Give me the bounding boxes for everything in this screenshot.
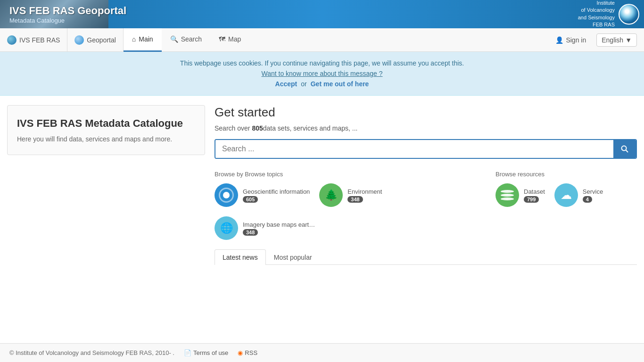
cookie-actions: Accept or Get me out of here bbox=[8, 80, 636, 88]
cookie-message: This webpage uses cookies. If you contin… bbox=[8, 59, 636, 67]
right-panel: Get started Search over 805data sets, se… bbox=[215, 105, 637, 265]
signin-button[interactable]: 👤 Sign in bbox=[550, 33, 592, 47]
browse-resource-service-info: Service 4 bbox=[583, 188, 603, 203]
catalogue-card: IVS FEB RAS Metadata Catalogue Here you … bbox=[7, 105, 205, 155]
geo-logo-icon bbox=[74, 35, 84, 45]
browse-topic-imagery-info: Imagery base maps eart… 348 bbox=[243, 221, 315, 236]
search-nav-icon: 🔍 bbox=[170, 35, 178, 43]
svg-line-1 bbox=[626, 150, 628, 153]
get-started-section: Get started Search over 805data sets, se… bbox=[215, 105, 637, 265]
nav-geo-label: Geoportal bbox=[87, 36, 116, 44]
browse-full-section: Browse by Browse topics bbox=[215, 171, 637, 240]
browse-resources-title: Browse resources bbox=[495, 171, 637, 178]
site-title: IVS FEB RAS Geoportal bbox=[9, 5, 126, 17]
news-tabs: Latest news Most popular bbox=[215, 249, 637, 265]
map-nav-icon: 🗺 bbox=[219, 35, 225, 43]
environment-icon: 🌲 bbox=[319, 183, 343, 207]
tab-latest-news[interactable]: Latest news bbox=[215, 249, 266, 265]
search-description: Search over 805data sets, services and m… bbox=[215, 124, 637, 132]
cookie-getout-link[interactable]: Get me out of here bbox=[311, 80, 369, 88]
footer: © Institute of Volcanology and Seismolog… bbox=[0, 343, 644, 362]
logo-text: Institute of Volcanology and Seismology … bbox=[578, 0, 615, 28]
nav-main-label: Main bbox=[139, 35, 153, 43]
content-area: IVS FEB RAS Metadata Catalogue Here you … bbox=[0, 96, 644, 362]
navbar: IVS FEB RAS Geoportal Main 🔍 Search 🗺 Ma… bbox=[0, 28, 644, 52]
logo-circle-icon bbox=[619, 4, 639, 25]
search-icon bbox=[621, 145, 628, 153]
user-icon: 👤 bbox=[555, 36, 563, 44]
ivs-logo-icon bbox=[7, 35, 17, 45]
svg-point-0 bbox=[622, 146, 627, 151]
imagery-icon: 🌐 bbox=[215, 216, 238, 240]
dataset-label: Dataset bbox=[524, 188, 545, 195]
browse-resources-section: Browse resources bbox=[495, 171, 637, 240]
site-subtitle: Metadata Catalogue bbox=[9, 17, 126, 24]
cookie-more-link[interactable]: Want to know more about this message ? bbox=[261, 70, 382, 77]
footer-rss-label: RSS bbox=[245, 349, 257, 356]
nav-main[interactable]: Main bbox=[124, 28, 162, 52]
geoscientific-count: 605 bbox=[243, 196, 258, 203]
browse-topic-geoscientific-info: Geoscientific information 605 bbox=[243, 188, 310, 203]
site-header: IVS FEB RAS Geoportal Metadata Catalogue… bbox=[0, 0, 644, 28]
tab-most-popular[interactable]: Most popular bbox=[266, 249, 320, 265]
browse-topics-grid: Geoscientific information 605 🌲 Environm… bbox=[215, 183, 477, 240]
chevron-down-icon: ▼ bbox=[625, 36, 632, 44]
browse-topic-imagery[interactable]: 🌐 Imagery base maps eart… 348 bbox=[215, 216, 315, 240]
footer-terms-label: Terms of use bbox=[193, 349, 228, 356]
imagery-count: 348 bbox=[243, 229, 258, 236]
browse-topic-environment-info: Environment 348 bbox=[347, 188, 382, 203]
main-content: IVS FEB RAS Metadata Catalogue Here you … bbox=[0, 96, 644, 274]
header-logo: Institute of Volcanology and Seismology … bbox=[578, 0, 639, 28]
service-count: 4 bbox=[583, 196, 592, 203]
browse-resources-grid: Dataset 799 ☁ bbox=[495, 183, 637, 207]
browse-resource-service[interactable]: ☁ Service 4 bbox=[554, 183, 603, 207]
cookie-or-text: or bbox=[301, 80, 306, 88]
nav-map[interactable]: 🗺 Map bbox=[210, 28, 249, 52]
dataset-count: 799 bbox=[524, 196, 539, 203]
left-panel: IVS FEB RAS Metadata Catalogue Here you … bbox=[7, 105, 205, 265]
search-input[interactable] bbox=[215, 140, 613, 158]
service-icon: ☁ bbox=[554, 183, 578, 207]
rss-icon: ◉ bbox=[238, 349, 243, 356]
navbar-left: IVS FEB RAS Geoportal Main 🔍 Search 🗺 Ma… bbox=[0, 28, 543, 52]
search-count: 805 bbox=[252, 124, 263, 132]
home-icon bbox=[132, 35, 136, 43]
browse-topics-title: Browse by Browse topics bbox=[215, 171, 477, 178]
catalogue-title: IVS FEB RAS Metadata Catalogue bbox=[17, 117, 195, 130]
search-button[interactable] bbox=[613, 140, 636, 158]
cookie-accept-link[interactable]: Accept bbox=[275, 80, 297, 88]
cookie-banner: This webpage uses cookies. If you contin… bbox=[0, 52, 644, 96]
browse-resource-dataset-info: Dataset 799 bbox=[524, 188, 545, 203]
footer-copyright: © Institute of Volcanology and Seismolog… bbox=[9, 349, 174, 356]
get-started-title: Get started bbox=[215, 105, 637, 120]
environment-label: Environment bbox=[347, 188, 382, 195]
service-label: Service bbox=[583, 188, 603, 195]
browse-resource-dataset[interactable]: Dataset 799 bbox=[495, 183, 545, 207]
dataset-icon bbox=[495, 183, 519, 207]
search-box bbox=[215, 139, 637, 159]
nav-map-label: Map bbox=[228, 35, 241, 43]
nav-search-label: Search bbox=[181, 35, 202, 43]
nav-geo-brand[interactable]: Geoportal bbox=[67, 28, 123, 52]
language-label: English bbox=[602, 36, 623, 44]
geoscientific-label: Geoscientific information bbox=[243, 188, 310, 195]
terms-icon: 📄 bbox=[184, 349, 191, 356]
language-select[interactable]: English ▼ bbox=[596, 33, 637, 47]
environment-count: 348 bbox=[347, 196, 363, 203]
nav-ivs-label: IVS FEB RAS bbox=[19, 36, 60, 44]
geoscientific-icon bbox=[215, 183, 238, 207]
footer-rss-link[interactable]: ◉ RSS bbox=[238, 349, 257, 356]
catalogue-description: Here you will find data, services and ma… bbox=[17, 135, 195, 143]
header-title-block: IVS FEB RAS Geoportal Metadata Catalogue bbox=[9, 5, 126, 24]
footer-terms-link[interactable]: 📄 Terms of use bbox=[184, 349, 228, 356]
nav-ivs-brand[interactable]: IVS FEB RAS bbox=[0, 28, 67, 52]
signin-label: Sign in bbox=[566, 36, 586, 44]
browse-topics-section: Browse by Browse topics bbox=[215, 171, 477, 240]
navbar-right: 👤 Sign in English ▼ bbox=[543, 33, 644, 47]
browse-topic-environment[interactable]: 🌲 Environment 348 bbox=[319, 183, 382, 207]
browse-topic-geoscientific[interactable]: Geoscientific information 605 bbox=[215, 183, 310, 207]
imagery-label: Imagery base maps eart… bbox=[243, 221, 315, 228]
search-desc-suffix: data sets, services and maps, ... bbox=[263, 124, 358, 132]
nav-search[interactable]: 🔍 Search bbox=[162, 28, 210, 52]
search-desc-prefix: Search over bbox=[215, 124, 252, 132]
